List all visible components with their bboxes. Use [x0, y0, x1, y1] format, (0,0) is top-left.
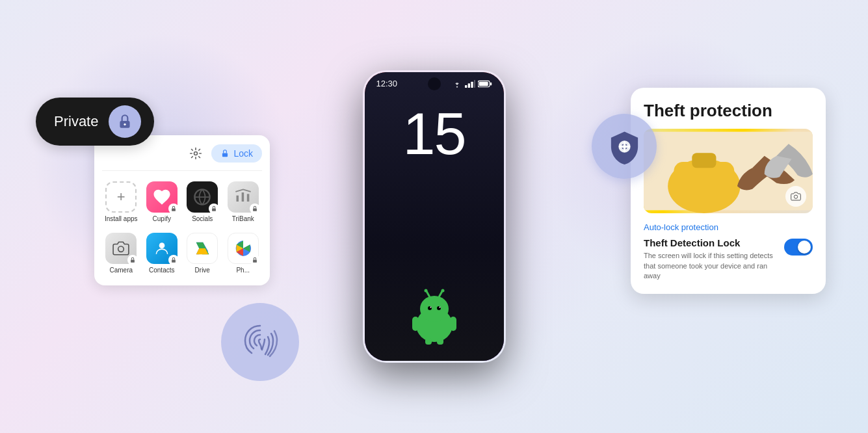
svg-rect-6 — [212, 209, 216, 211]
phone-body: 12:30 — [363, 70, 506, 363]
settings-button[interactable] — [185, 143, 206, 164]
svg-line-29 — [427, 291, 430, 297]
app-label-cupify: Cupify — [153, 215, 171, 222]
photos-inner-icon — [234, 239, 252, 257]
front-camera — [428, 77, 441, 90]
app-item-drive[interactable]: Drive — [183, 229, 222, 278]
theft-detection-text: Theft Detection Lock The screen will loc… — [644, 237, 778, 281]
shield-bubble — [592, 114, 657, 179]
svg-point-28 — [439, 307, 440, 308]
svg-point-13 — [159, 243, 164, 248]
theft-detection-title: Theft Detection Lock — [644, 237, 778, 248]
cupify-privacy-badge — [168, 203, 179, 214]
svg-point-30 — [424, 289, 427, 293]
svg-rect-36 — [437, 338, 443, 345]
auto-lock-label: Auto-lock protection — [644, 222, 813, 232]
apps-card-header: Lock — [102, 143, 262, 171]
svg-rect-33 — [412, 317, 419, 331]
app-icon-install: + — [105, 181, 137, 213]
svg-point-24 — [420, 296, 449, 322]
private-text: Private — [54, 113, 98, 130]
contacts-inner-icon — [153, 240, 170, 257]
status-time: 12:30 — [376, 79, 398, 88]
app-label-install: Install apps — [105, 215, 138, 222]
app-label-photos: Ph... — [236, 267, 250, 274]
svg-rect-18 — [471, 81, 473, 87]
app-item-cupify[interactable]: Cupify — [143, 177, 181, 226]
theft-image-camera-overlay — [785, 186, 806, 207]
fingerprint-icon — [241, 322, 280, 361]
cupify-icon — [152, 187, 172, 207]
camera-small-icon — [791, 191, 801, 202]
app-item-camera[interactable]: Camera — [102, 229, 140, 278]
app-icon-drive — [187, 233, 218, 264]
svg-rect-19 — [474, 80, 475, 88]
svg-point-32 — [441, 289, 444, 293]
drive-inner-icon — [193, 239, 211, 257]
svg-rect-41 — [674, 162, 734, 204]
android-mascot-svg — [402, 286, 467, 345]
svg-rect-15 — [253, 260, 257, 263]
svg-rect-35 — [425, 338, 432, 345]
svg-rect-3 — [222, 153, 228, 157]
private-label[interactable]: Private — [36, 98, 154, 146]
svg-rect-16 — [465, 85, 467, 88]
lock-small-icon — [220, 149, 230, 158]
battery-icon — [478, 80, 492, 88]
toggle-knob — [798, 241, 811, 254]
lock-circle — [109, 105, 141, 138]
lock-button[interactable]: Lock — [211, 144, 262, 163]
svg-point-27 — [430, 307, 431, 308]
svg-rect-8 — [241, 192, 244, 202]
svg-rect-14 — [172, 260, 176, 263]
app-label-drive: Drive — [195, 267, 210, 274]
svg-rect-34 — [450, 317, 456, 331]
svg-rect-17 — [467, 83, 469, 88]
phone-screen: 12:30 — [365, 72, 504, 361]
theft-detection-row: Theft Detection Lock The screen will loc… — [644, 237, 813, 281]
svg-rect-21 — [490, 82, 491, 85]
theft-detection-toggle[interactable] — [784, 239, 813, 256]
clock-number: 15 — [365, 105, 504, 163]
theft-protection-card: Theft protection Auto-lock protection — [631, 88, 826, 294]
svg-point-2 — [194, 152, 198, 155]
svg-rect-9 — [247, 194, 250, 202]
camera-inner-icon — [112, 240, 129, 257]
tribank-privacy-badge — [250, 203, 260, 214]
app-item-contacts[interactable]: Contacts — [143, 229, 181, 278]
svg-rect-12 — [131, 260, 135, 263]
tribank-inner-icon — [234, 188, 252, 206]
photos-privacy-badge — [250, 255, 260, 265]
gear-icon — [189, 147, 202, 160]
app-item-install[interactable]: + Install apps — [102, 177, 140, 226]
status-icons — [452, 80, 492, 88]
svg-rect-22 — [479, 81, 488, 85]
app-item-photos[interactable]: Ph... — [224, 229, 263, 278]
lock-icon — [116, 113, 133, 130]
clock-display: 15 — [365, 92, 504, 163]
app-item-tribank[interactable]: TriBank — [224, 177, 263, 226]
svg-rect-7 — [236, 196, 239, 202]
svg-rect-10 — [253, 209, 257, 211]
socials-privacy-badge — [209, 203, 219, 214]
app-item-socials[interactable]: Socials — [183, 177, 222, 226]
app-label-tribank: TriBank — [232, 215, 254, 222]
contacts-privacy-badge — [168, 255, 179, 265]
phone: 12:30 — [363, 70, 506, 363]
camera-privacy-badge — [127, 255, 138, 265]
app-label-camera: Camera — [109, 267, 133, 274]
svg-point-11 — [118, 246, 124, 252]
fingerprint-bubble — [221, 303, 299, 381]
app-label-socials: Socials — [192, 215, 213, 222]
svg-point-1 — [124, 124, 126, 125]
svg-rect-4 — [172, 209, 176, 211]
theft-detection-description: The screen will lock if this setting det… — [644, 251, 778, 281]
android-mascot — [402, 286, 467, 341]
apps-grid: + Install apps Cupify — [102, 177, 262, 278]
apps-card: Lock + Install apps — [94, 135, 270, 285]
svg-point-43 — [794, 195, 797, 198]
socials-inner-icon — [193, 188, 211, 206]
theft-protection-image — [644, 129, 813, 213]
theft-protection-title: Theft protection — [644, 101, 813, 121]
app-icon-cupify — [146, 181, 178, 213]
